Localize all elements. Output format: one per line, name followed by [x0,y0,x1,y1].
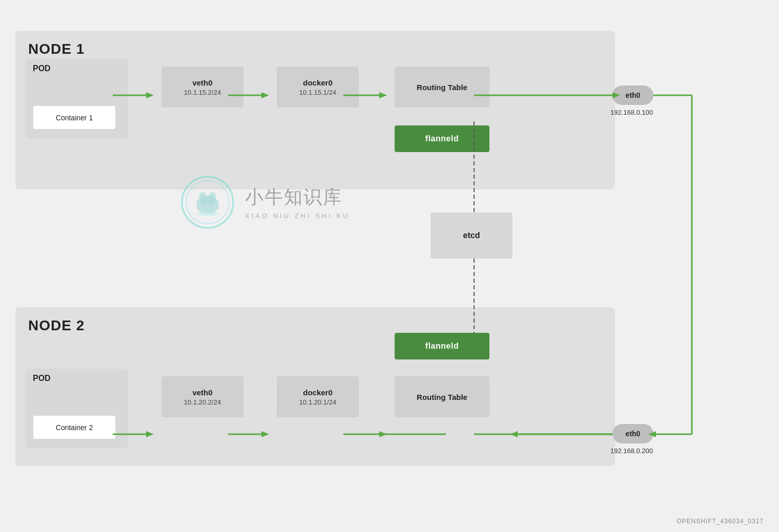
node1-pod-label: POD [33,64,51,73]
node2-pod: POD Container 2 [26,369,128,448]
node1-veth: veth0 10.1.15.2/24 [161,67,243,108]
node1-eth-pill: eth0 [612,86,653,105]
node2-pod-label: POD [33,374,51,383]
watermark-text-block: 小牛知识库 XIAO NIU ZHI SHI KU [245,185,350,220]
node1-ip: 192.168.0.100 [592,109,671,116]
node1-routing: Routing Table [395,67,489,108]
node1-container: Container 1 [33,106,115,129]
node2-veth: veth0 10.1.20.2/24 [161,376,243,417]
node2-panel: NODE 2 flanneld POD Container 2 veth0 10… [15,307,615,466]
node2-eth-pill: eth0 [612,424,653,443]
svg-point-27 [198,191,209,206]
node2-flannel: flanneld [395,333,489,359]
node1-flannel: flanneld [395,125,489,152]
node2-container: Container 2 [33,416,115,439]
svg-point-28 [206,191,217,206]
node2-label: NODE 2 [28,317,602,334]
node1-pod: POD Container 1 [26,59,128,138]
main-container: NODE 1 POD Container 1 veth0 10.1.15.2/2… [0,0,779,532]
node2-ip: 192.168.0.200 [592,447,671,455]
node2-docker: docker0 10.1.20.1/24 [277,376,359,417]
etcd-box: etcd [430,212,512,259]
node2-routing: Routing Table [395,376,489,417]
svg-point-26 [196,196,219,214]
node1-label: NODE 1 [28,41,602,57]
footer-text: OPENSHIFT_436034_0317 [676,518,764,525]
node1-docker: docker0 10.1.15.1/24 [277,67,359,108]
node1-panel: NODE 1 POD Container 1 veth0 10.1.15.2/2… [15,31,615,189]
